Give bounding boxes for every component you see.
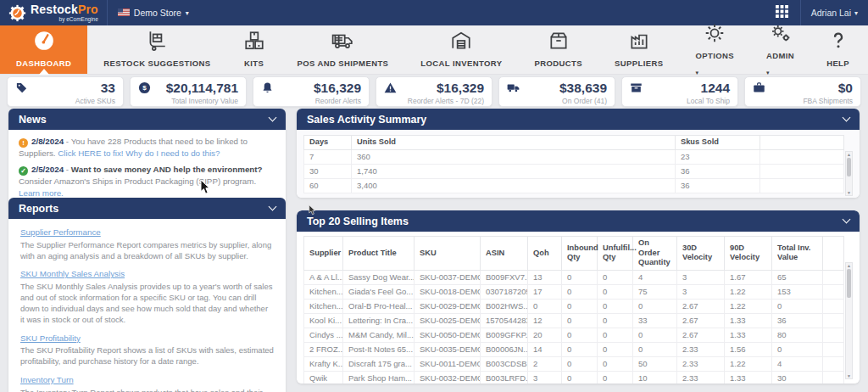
- report-link[interactable]: SKU Profitability: [20, 333, 81, 343]
- news-link[interactable]: Learn more.: [19, 188, 64, 198]
- cell-supplier: Qwik: [304, 371, 343, 384]
- nav-item-suppliers[interactable]: SUPPLIERS: [598, 25, 679, 74]
- stat-value: 1244: [643, 81, 730, 95]
- news-link[interactable]: Why do I need to do this?: [125, 148, 220, 158]
- chevron-down-icon: ▾: [186, 10, 189, 17]
- shipment-truck-icon: [331, 30, 353, 52]
- collapse-chevron-icon[interactable]: [269, 203, 277, 211]
- cell-units-sold: 1,740: [352, 164, 676, 178]
- column-header-product-title[interactable]: Product Title: [343, 237, 415, 271]
- scroll-down-icon[interactable]: ▼: [846, 373, 852, 378]
- stat-card-total-inventory-value[interactable]: $$20,114,781Total Inventory Value: [130, 76, 247, 107]
- cell-on-order-quantity: 4: [633, 270, 677, 284]
- warehouse-icon: [450, 30, 472, 52]
- cell-inbound-qty: 0: [562, 356, 598, 371]
- cell-30d-velocity: 2.33: [677, 342, 725, 356]
- cell-days: 7: [304, 149, 352, 164]
- scroll-down-icon[interactable]: ▼: [846, 190, 852, 195]
- reports-panel-title: Reports: [19, 203, 58, 215]
- cell-asin: B00006JN...: [481, 342, 528, 356]
- stat-card-reorder-alerts-7d-22[interactable]: $16,329Reorder Alerts - 7D (22): [376, 76, 492, 107]
- cell-unfulfil-qty: 0: [598, 371, 633, 384]
- nav-item-help[interactable]: HELP: [810, 25, 865, 74]
- column-header-days[interactable]: Days: [304, 136, 352, 150]
- cell-sku[interactable]: SKU-0050-DEMO: [415, 328, 481, 342]
- column-header-total-inv-value[interactable]: Total Inv. Value: [772, 237, 823, 271]
- stat-card-reorder-alerts[interactable]: $16,329Reorder Alerts: [253, 76, 370, 107]
- column-header-qoh[interactable]: Qoh: [528, 237, 562, 271]
- collapse-chevron-icon[interactable]: [843, 216, 851, 224]
- report-link[interactable]: SKU Monthly Sales Analysis: [20, 269, 125, 278]
- collapse-chevron-icon[interactable]: [843, 114, 851, 122]
- nav-item-local-inventory[interactable]: LOCAL INVENTORY: [404, 25, 518, 74]
- nav-item-dashboard[interactable]: DASHBOARD: [0, 25, 87, 74]
- stat-card-active-skus[interactable]: 33Active SKUs: [7, 76, 124, 107]
- news-panel-header[interactable]: News: [8, 109, 286, 130]
- cell-sku[interactable]: SKU-0018-DEMO: [415, 284, 481, 299]
- app-logo[interactable]: RestockPro by eComEngine: [0, 0, 107, 25]
- scroll-up-icon[interactable]: ▲: [846, 152, 852, 157]
- cell-30d-velocity: 3: [677, 284, 725, 299]
- store-selector[interactable]: Demo Store ▾: [108, 8, 199, 18]
- column-header-30d-velocity[interactable]: 30D Velocity: [677, 237, 725, 271]
- stat-card-local-to-ship[interactable]: 1244Local To Ship: [621, 76, 738, 107]
- cell-90d-velocity: 1.22: [725, 299, 772, 313]
- nav-item-kits[interactable]: KITS: [227, 25, 281, 74]
- cell-sku[interactable]: SKU-0037-DEMO: [415, 270, 481, 284]
- cell-sku[interactable]: SKU-0025-DEMO: [415, 313, 481, 328]
- stat-label: FBA Shipments: [765, 98, 853, 105]
- top-bar: RestockPro by eComEngine Demo Store ▾: [0, 0, 868, 25]
- news-link[interactable]: Click HERE to fix!: [58, 148, 123, 158]
- nav-item-restock-suggestions[interactable]: RESTOCK SUGGESTIONS: [87, 25, 226, 74]
- stat-card-on-order-41[interactable]: $38,639On Order (41): [498, 76, 615, 107]
- cell-sku[interactable]: SKU-0032-DEMO: [415, 371, 481, 384]
- nav-item-options[interactable]: OPTIONS ▾: [679, 25, 750, 74]
- column-header-skus-sold[interactable]: Skus Sold: [676, 136, 760, 150]
- tag-icon: [15, 81, 28, 94]
- report-description: The Inventory Turn Report shows products…: [20, 388, 274, 392]
- warning-triangle-icon: [384, 81, 397, 94]
- scroll-up-icon[interactable]: ▲: [846, 263, 852, 268]
- scrollbar-thumb[interactable]: [847, 158, 851, 176]
- sales-summary-header[interactable]: Sales Activity Summary: [297, 109, 860, 130]
- sales-table-scrollbar[interactable]: ▲ ▼: [845, 151, 853, 196]
- hand-truck-icon: [146, 30, 168, 52]
- sales-table-body: 736023301,74036603,40036: [304, 149, 844, 193]
- top-table-scrollbar[interactable]: ▲ ▼: [845, 262, 853, 379]
- report-link[interactable]: Inventory Turn: [20, 375, 74, 384]
- cell-90d-velocity: 1.56: [725, 342, 772, 356]
- nav-item-products[interactable]: PRODUCTS: [518, 25, 598, 74]
- column-header-on-order-quantity[interactable]: On Order Quantity: [633, 237, 677, 271]
- cell-90d-velocity: 1.22: [725, 284, 772, 299]
- cell-sku[interactable]: SKU-0035-DEMO: [415, 342, 481, 356]
- briefcase-icon: [753, 81, 765, 94]
- collapse-chevron-icon[interactable]: [269, 114, 277, 122]
- cell-sku[interactable]: SKU-0011-DEMO: [415, 356, 481, 371]
- nav-item-admin[interactable]: ADMIN ▾: [750, 25, 810, 74]
- cell-sku[interactable]: SKU-0029-DEMO: [415, 299, 481, 313]
- column-header-sku[interactable]: SKU: [415, 237, 481, 271]
- cell-skus-sold: 23: [676, 149, 760, 164]
- restockpro-dashboard: RestockPro by eComEngine Demo Store ▾: [0, 0, 868, 392]
- product-box-icon: [548, 30, 570, 52]
- scrollbar-thumb[interactable]: [847, 269, 851, 298]
- nav-item-pos-and-shipments[interactable]: POS AND SHIPMENTS: [281, 25, 405, 74]
- column-header-units-sold[interactable]: Units Sold: [352, 136, 676, 150]
- cell-qoh: 13: [528, 270, 562, 284]
- column-header-inbound-qty[interactable]: Inbound Qty: [562, 237, 598, 271]
- reports-panel-header[interactable]: Reports: [8, 198, 286, 219]
- column-header-unfulfil-qty[interactable]: Unfulfil... Qty: [598, 237, 633, 271]
- nav-item-label: POS AND SHIPMENTS: [298, 59, 389, 68]
- nav-item-label: LOCAL INVENTORY: [420, 59, 502, 68]
- user-menu[interactable]: Adrian Lai ▾: [801, 0, 868, 25]
- report-link[interactable]: Supplier Performance: [20, 227, 101, 237]
- cell-on-order-quantity: 0: [633, 328, 677, 342]
- column-header-90d-velocity[interactable]: 90D Velocity: [725, 237, 772, 271]
- column-header-asin[interactable]: ASIN: [481, 237, 528, 271]
- top-selling-header[interactable]: Top 20 Selling Items: [297, 210, 860, 232]
- stat-card-fba-shipments[interactable]: $0FBA Shipments: [744, 76, 861, 107]
- cell-days: 60: [304, 178, 352, 193]
- column-header-supplier[interactable]: Supplier: [304, 237, 343, 271]
- cell-days: 30: [304, 164, 352, 178]
- cell-unfulfil-qty: 0: [598, 270, 633, 284]
